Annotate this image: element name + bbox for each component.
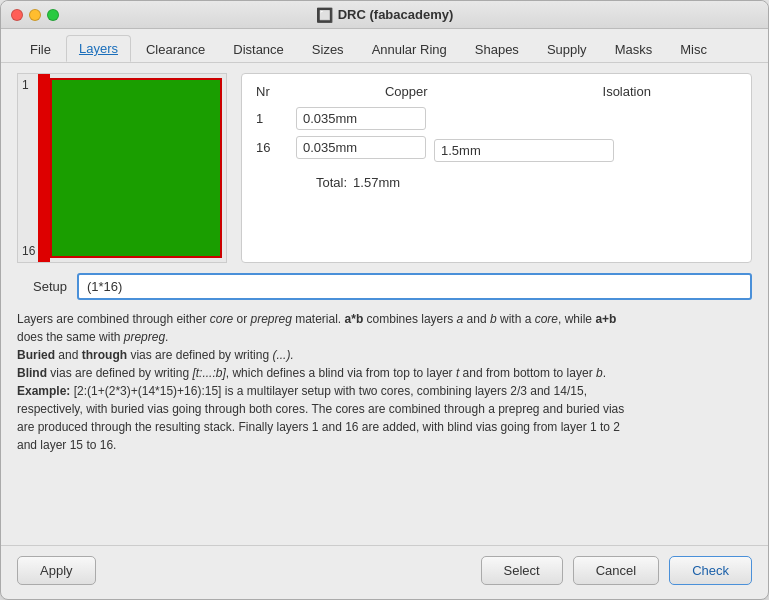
row-nr-16: 16	[256, 140, 288, 155]
col-copper-header: Copper	[296, 84, 517, 99]
setup-label: Setup	[17, 279, 67, 294]
isolation-col	[434, 107, 614, 165]
bottom-bar: Apply Select Cancel Check	[1, 545, 768, 599]
tab-layers[interactable]: Layers	[66, 35, 131, 62]
tab-shapes[interactable]: Shapes	[462, 36, 532, 62]
traffic-lights	[11, 9, 59, 21]
copper-row-1: 1	[256, 107, 426, 130]
layer-bar	[38, 74, 50, 262]
title-bar: 🔲 DRC (fabacademy)	[1, 1, 768, 29]
main-area: 1 16 Nr Copper Isolation 1	[17, 73, 752, 263]
layer-number-bottom: 16	[22, 244, 35, 258]
tab-bar: File Layers Clearance Distance Sizes Ann…	[1, 29, 768, 63]
copper-isolation-layout: 1 16	[256, 107, 737, 165]
main-window: 🔲 DRC (fabacademy) File Layers Clearance…	[0, 0, 769, 600]
row-nr-1: 1	[256, 111, 288, 126]
setup-input[interactable]	[77, 273, 752, 300]
setup-row: Setup	[17, 273, 752, 300]
copper-rows: 1 16	[256, 107, 426, 165]
copper-row-16: 16	[256, 136, 426, 159]
window-icon: 🔲	[316, 7, 333, 23]
isolation-input[interactable]	[434, 139, 614, 162]
total-row: Total: 1.57mm	[256, 175, 737, 190]
copper-input-16[interactable]	[296, 136, 426, 159]
tab-file[interactable]: File	[17, 36, 64, 62]
tab-masks[interactable]: Masks	[602, 36, 666, 62]
apply-button[interactable]: Apply	[17, 556, 96, 585]
cancel-button[interactable]: Cancel	[573, 556, 659, 585]
description-area: Layers are combined through either core …	[17, 310, 752, 535]
tab-sizes[interactable]: Sizes	[299, 36, 357, 62]
tab-supply[interactable]: Supply	[534, 36, 600, 62]
copper-panel: Nr Copper Isolation 1 16	[241, 73, 752, 263]
content-area: 1 16 Nr Copper Isolation 1	[1, 63, 768, 545]
col-isolation-header: Isolation	[517, 84, 738, 99]
check-button[interactable]: Check	[669, 556, 752, 585]
right-buttons: Select Cancel Check	[481, 556, 752, 585]
col-nr-header: Nr	[256, 84, 296, 99]
window-title: 🔲 DRC (fabacademy)	[316, 7, 454, 23]
maximize-button[interactable]	[47, 9, 59, 21]
minimize-button[interactable]	[29, 9, 41, 21]
tab-misc[interactable]: Misc	[667, 36, 720, 62]
tab-clearance[interactable]: Clearance	[133, 36, 218, 62]
total-value: 1.57mm	[353, 175, 400, 190]
tab-annular-ring[interactable]: Annular Ring	[359, 36, 460, 62]
select-button[interactable]: Select	[481, 556, 563, 585]
layer-number-top: 1	[22, 78, 29, 92]
total-label: Total:	[316, 175, 347, 190]
layer-rect	[50, 78, 222, 258]
tab-distance[interactable]: Distance	[220, 36, 297, 62]
copper-header: Nr Copper Isolation	[256, 84, 737, 99]
close-button[interactable]	[11, 9, 23, 21]
copper-input-1[interactable]	[296, 107, 426, 130]
layers-panel: 1 16	[17, 73, 227, 263]
